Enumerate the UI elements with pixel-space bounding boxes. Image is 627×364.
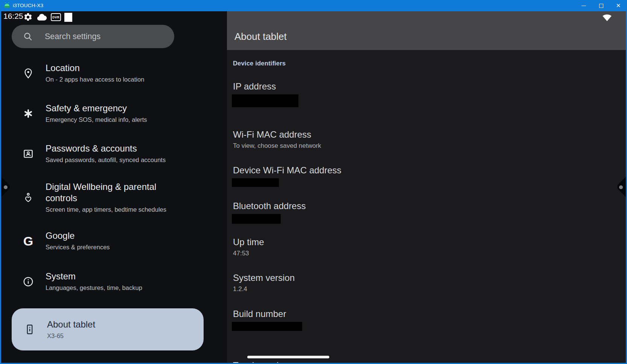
sidebar-item-google[interactable]: G Google Services & preferences — [20, 230, 110, 252]
android-logo-icon — [3, 2, 11, 9]
row-value: 1.2.4 — [233, 285, 295, 294]
item-label: Safety & emergency — [46, 103, 147, 114]
redacted-value — [232, 94, 298, 107]
settings-sidebar: 16:25 DVR Search settings Locatio — [1, 11, 227, 363]
search-icon — [23, 32, 33, 41]
item-text: Digital Wellbeing & parental controls Sc… — [46, 181, 173, 214]
settings-gear-icon — [23, 12, 33, 22]
row-label: System version — [233, 272, 295, 284]
item-description: Screen time, app timers, bedtime schedul… — [46, 205, 173, 214]
right-edge-handle-dot — [619, 185, 623, 189]
dvr-badge-icon: DVR — [51, 13, 61, 21]
item-text: System Languages, gestures, time, backup — [46, 271, 142, 292]
row-device-wifi-mac-address[interactable]: Device Wi-Fi MAC address — [233, 165, 341, 187]
row-up-time[interactable]: Up time 47:53 — [233, 237, 264, 258]
info-circle-icon — [20, 273, 37, 290]
item-text: Google Services & preferences — [46, 230, 110, 252]
panel-content: Device identifiers IP address Wi-Fi MAC … — [227, 50, 626, 363]
wellbeing-heart-icon — [20, 190, 37, 206]
item-description: Saved passwords, autofill, synced accoun… — [46, 155, 166, 164]
row-label: Up time — [233, 237, 264, 248]
redacted-value — [232, 214, 281, 224]
sidebar-item-safety-emergency[interactable]: Safety & emergency Emergency SOS, medica… — [20, 103, 147, 124]
item-description: On - 2 apps have access to location — [46, 75, 144, 84]
minimize-button[interactable] — [575, 0, 592, 11]
redacted-value — [232, 322, 302, 331]
window-titlebar: i3TOUCH-X3 ✕ — [0, 0, 627, 11]
item-text: Passwords & accounts Saved passwords, au… — [46, 143, 166, 164]
row-system-version[interactable]: System version 1.2.4 — [233, 272, 295, 294]
sidebar-item-system[interactable]: System Languages, gestures, time, backup — [20, 271, 142, 292]
about-tablet-panel: About tablet Device identifiers IP addre… — [227, 11, 626, 363]
item-description: Emergency SOS, medical info, alerts — [46, 115, 147, 124]
panel-title: About tablet — [234, 31, 287, 42]
status-clock: 16:25 — [3, 12, 23, 21]
panel-header: About tablet — [227, 11, 626, 50]
window-controls: ✕ — [575, 0, 627, 11]
item-description: X3-65 — [47, 331, 95, 340]
maximize-button[interactable] — [592, 0, 610, 11]
status-icons: DVR — [23, 12, 72, 22]
left-edge-handle-dot — [4, 185, 8, 189]
row-label: Build number — [233, 308, 302, 320]
item-label: About tablet — [47, 319, 95, 330]
row-label: Wi-Fi MAC address — [233, 129, 321, 140]
android-status-bar: 16:25 DVR — [1, 11, 227, 23]
row-value: To view, choose saved network — [233, 141, 321, 150]
location-pin-icon — [20, 65, 37, 82]
item-text: Location On - 2 apps have access to loca… — [46, 62, 144, 84]
app-square-icon — [64, 13, 72, 22]
item-label: Passwords & accounts — [46, 143, 166, 154]
item-description: Languages, gestures, time, backup — [46, 283, 142, 292]
row-ip-address[interactable]: IP address — [233, 81, 298, 107]
google-g-icon: G — [20, 233, 37, 249]
item-label: Google — [46, 230, 110, 241]
sidebar-item-about-tablet[interactable]: About tablet X3-65 — [12, 308, 204, 350]
row-build-number[interactable]: Build number — [233, 308, 302, 331]
item-description: Services & preferences — [46, 243, 110, 252]
row-label: Bluetooth address — [233, 200, 306, 212]
sidebar-item-location[interactable]: Location On - 2 apps have access to loca… — [20, 62, 144, 84]
sidebar-item-passwords-accounts[interactable]: Passwords & accounts Saved passwords, au… — [20, 143, 166, 164]
tablet-info-icon — [21, 321, 38, 338]
window-border-left — [0, 11, 1, 364]
row-label: IP address — [233, 81, 298, 92]
row-bluetooth-address[interactable]: Bluetooth address — [233, 200, 306, 224]
close-icon: ✕ — [616, 2, 621, 9]
section-header: Device identifiers — [233, 60, 286, 67]
item-text: About tablet X3-65 — [47, 319, 95, 340]
item-label: System — [46, 271, 142, 282]
wifi-status-icon — [602, 14, 612, 21]
cloud-icon — [36, 13, 47, 22]
item-label: Location — [46, 62, 144, 74]
search-settings-input[interactable]: Search settings — [12, 25, 174, 48]
item-text: Safety & emergency Emergency SOS, medica… — [46, 103, 147, 124]
item-label: Digital Wellbeing & parental controls — [46, 181, 173, 204]
account-badge-icon — [20, 146, 37, 162]
scroll-indicator[interactable] — [247, 356, 329, 358]
minimize-icon — [581, 6, 586, 6]
row-label: Device Wi-Fi MAC address — [233, 165, 341, 176]
redacted-value — [232, 178, 279, 187]
sidebar-item-digital-wellbeing[interactable]: Digital Wellbeing & parental controls Sc… — [20, 181, 173, 214]
maximize-icon — [599, 4, 603, 8]
row-wifi-mac-address[interactable]: Wi-Fi MAC address To view, choose saved … — [233, 129, 321, 150]
window-title: i3TOUCH-X3 — [13, 0, 43, 11]
search-placeholder: Search settings — [45, 32, 100, 41]
row-value: 47:53 — [233, 249, 264, 258]
close-button[interactable]: ✕ — [610, 0, 627, 11]
asterisk-icon — [20, 105, 37, 122]
